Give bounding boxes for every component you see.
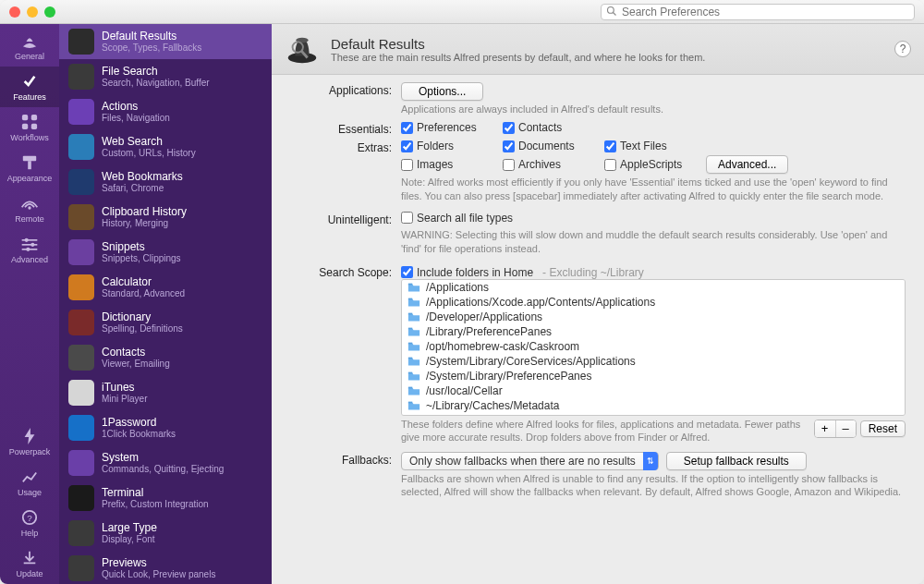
feature-item-dictionary[interactable]: Dictionary Spelling, Definitions — [59, 305, 272, 340]
help-button[interactable]: ? — [894, 41, 911, 57]
options-button[interactable]: Options... — [401, 82, 483, 101]
feature-item-contacts[interactable]: Contacts Viewer, Emailing — [59, 340, 272, 375]
documents-checkbox[interactable]: Documents — [503, 140, 588, 152]
folder-icon — [407, 326, 420, 337]
feature-item-clipboard-history[interactable]: Clipboard History History, Merging — [59, 200, 272, 235]
feature-subtitle: Standard, Advanced — [102, 288, 185, 298]
svg-rect-21 — [408, 284, 412, 286]
svg-point-14 — [26, 248, 30, 251]
feature-item-calculator[interactable]: Calculator Standard, Advanced — [59, 270, 272, 305]
feature-item-itunes[interactable]: iTunes Mini Player — [59, 375, 272, 410]
feature-subtitle: Spelling, Definitions — [102, 323, 183, 334]
feature-subtitle: Mini Player — [102, 394, 147, 404]
folder-icon — [407, 400, 420, 411]
svg-point-10 — [25, 238, 29, 242]
archives-checkbox[interactable]: Archives — [503, 155, 588, 174]
sidebar-item-appearance[interactable]: Appearance — [0, 148, 59, 189]
svg-point-8 — [28, 206, 30, 209]
feature-subtitle: History, Merging — [102, 218, 187, 228]
content-header: Default Results These are the main resul… — [272, 24, 924, 75]
applications-label: Applications: — [290, 82, 401, 116]
zoom-icon[interactable] — [44, 6, 55, 18]
scope-add-remove: + – — [814, 420, 857, 438]
sidebar-item-workflows[interactable]: Workflows — [0, 107, 59, 148]
paint-icon — [21, 154, 38, 171]
sidebar-item-help[interactable]: ? Help — [0, 503, 59, 543]
scope-folder-path: /Applications/Xcode.app/Contents/Applica… — [426, 296, 655, 309]
page-subtitle: These are the main results Alfred presen… — [331, 52, 705, 63]
scope-folder-row[interactable]: /System/Library/PreferencePanes — [402, 369, 905, 383]
sidebar-label: Remote — [0, 214, 59, 224]
feature-title: Contacts — [102, 347, 170, 359]
scope-folder-row[interactable]: /opt/homebrew-cask/Caskroom — [402, 339, 905, 354]
feature-item-web-search[interactable]: Web Search Custom, URLs, History — [59, 129, 272, 164]
sidebar-item-powerpack[interactable]: Powerpack — [0, 421, 59, 462]
remote-icon — [20, 196, 39, 211]
feature-item-snippets[interactable]: Snippets Snippets, Clippings — [59, 235, 272, 270]
scope-label: Search Scope: — [290, 264, 401, 444]
advanced-button[interactable]: Advanced... — [706, 155, 788, 174]
sidebar-item-advanced[interactable]: Advanced — [0, 229, 59, 270]
feature-title: iTunes — [102, 382, 147, 394]
scope-folder-list[interactable]: /Applications/Applications/Xcode.app/Con… — [401, 279, 906, 416]
feature-item-actions[interactable]: Actions Files, Navigation — [59, 94, 272, 129]
preferences-checkbox[interactable]: Preferences — [401, 121, 486, 134]
close-icon[interactable] — [9, 6, 20, 18]
folder-icon — [407, 311, 420, 322]
fallbacks-select[interactable]: Only show fallbacks when there are no re… — [401, 452, 659, 470]
extras-label: Extras: — [290, 140, 401, 202]
feature-item-system[interactable]: System Commands, Quitting, Ejecting — [59, 445, 272, 481]
feature-item-large-type[interactable]: Large Type Display, Font — [59, 516, 272, 551]
contacts-checkbox[interactable]: Contacts — [503, 121, 588, 134]
images-checkbox[interactable]: Images — [401, 155, 486, 174]
default-results-icon — [285, 31, 320, 67]
minimize-icon[interactable] — [27, 6, 38, 18]
svg-point-0 — [608, 6, 614, 13]
search-input[interactable] — [601, 4, 915, 20]
scope-folder-row[interactable]: ~/Library/Caches/Metadata — [402, 398, 905, 413]
download-icon — [21, 550, 38, 566]
chart-icon — [21, 469, 38, 484]
sidebar-item-general[interactable]: General — [0, 26, 59, 67]
feature-subtitle: Search, Navigation, Buffer — [102, 78, 210, 88]
feature-item-default-results[interactable]: Default Results Scope, Types, Fallbacks — [59, 24, 272, 59]
bolt-icon — [23, 428, 36, 444]
scope-add-button[interactable]: + — [815, 420, 835, 437]
textfiles-checkbox[interactable]: Text Files — [604, 140, 689, 152]
scope-remove-button[interactable]: – — [835, 420, 856, 437]
svg-rect-23 — [408, 313, 412, 315]
feature-item-terminal[interactable]: Terminal Prefix, Custom Integration — [59, 481, 272, 516]
traffic-lights — [9, 6, 55, 18]
svg-rect-4 — [22, 124, 28, 129]
svg-rect-22 — [408, 298, 412, 300]
preferences-window: General Features Workflows Appearance Re… — [0, 0, 924, 584]
feature-subtitle: Files, Navigation — [102, 113, 170, 123]
svg-rect-2 — [22, 115, 28, 120]
scope-folder-row[interactable]: /Developer/Applications — [402, 310, 905, 324]
setup-fallback-button[interactable]: Setup fallback results — [666, 452, 807, 470]
applescripts-checkbox[interactable]: AppleScripts — [604, 155, 689, 174]
feature-icon — [68, 415, 94, 441]
feature-item-1password[interactable]: 1Password 1Click Bookmarks — [59, 410, 272, 445]
feature-title: Dictionary — [102, 311, 183, 323]
feature-icon — [68, 450, 94, 476]
scope-folder-row[interactable]: /System/Library/CoreServices/Application… — [402, 354, 905, 369]
sidebar-item-update[interactable]: Update — [0, 543, 59, 584]
feature-title: System — [102, 452, 224, 464]
svg-point-12 — [30, 243, 34, 247]
include-home-checkbox[interactable]: Include folders in Home — [401, 266, 533, 279]
scope-reset-button[interactable]: Reset — [860, 420, 906, 437]
scope-folder-row[interactable]: /Library/PreferencePanes — [402, 324, 905, 339]
scope-folder-row[interactable]: /Applications — [402, 280, 905, 295]
sidebar-item-remote[interactable]: Remote — [0, 189, 59, 229]
folders-checkbox[interactable]: Folders — [401, 140, 486, 152]
search-all-checkbox[interactable]: Search all file types — [401, 212, 513, 225]
sidebar-item-features[interactable]: Features — [0, 67, 59, 107]
sidebar-item-usage[interactable]: Usage — [0, 462, 59, 503]
feature-item-file-search[interactable]: File Search Search, Navigation, Buffer — [59, 59, 272, 94]
feature-item-web-bookmarks[interactable]: Web Bookmarks Safari, Chrome — [59, 164, 272, 200]
feature-subtitle: Safari, Chrome — [102, 183, 183, 193]
feature-item-previews[interactable]: Previews Quick Look, Preview panels — [59, 551, 272, 584]
scope-folder-row[interactable]: /usr/local/Cellar — [402, 383, 905, 398]
scope-folder-row[interactable]: /Applications/Xcode.app/Contents/Applica… — [402, 295, 905, 310]
